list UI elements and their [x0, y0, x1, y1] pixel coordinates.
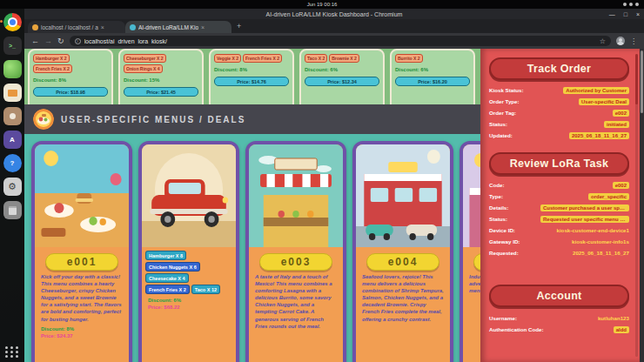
tab-localhost[interactable]: localhost / localhost / a × [28, 21, 125, 33]
forward-icon[interactable]: → [44, 37, 52, 45]
power-icon [635, 3, 639, 6]
dock: >_ A ? ⚙ [0, 9, 24, 362]
trash-icon[interactable] [3, 201, 22, 219]
settings-icon[interactable]: ⚙ [3, 178, 22, 196]
panel-scrollbar-thumb[interactable] [635, 54, 638, 104]
menu-card[interactable]: Taco X 2 Brownie X 2 Discount: 6% Price:… [299, 49, 385, 104]
help-icon[interactable]: ? [3, 154, 22, 172]
breakfast-illustration [35, 144, 129, 247]
menu-card[interactable]: Veggie X 2 French Fries X 2 Discount: 8%… [209, 49, 294, 104]
back-icon[interactable]: ← [31, 37, 39, 45]
order-status-row: Status: initiated [489, 118, 629, 130]
track-order-button[interactable]: Track Order [489, 57, 629, 80]
menu-item-chip: Cheeseburger X 2 [124, 54, 166, 63]
bookmark-star-icon[interactable]: ☆ [600, 37, 606, 45]
deal-card-e003[interactable]: e003 A taste of Italy and a touch of Mex… [245, 141, 346, 362]
section-title: USER-SPECIFIC MENUS / DEALS [61, 115, 245, 124]
system-monitor-icon[interactable] [3, 60, 22, 78]
review-lora-task-button[interactable]: Review LoRa Task [489, 152, 629, 175]
deal-code: e005 [473, 253, 480, 271]
price-tag: Price: $18.98 [33, 87, 108, 97]
deal-discount: Discount: 8% [41, 326, 123, 332]
browser-menu-icon[interactable]: ⋮ [630, 37, 637, 45]
deal-price: Price: $24.37 [41, 333, 123, 339]
account-button[interactable]: Account [489, 285, 629, 307]
menu-card[interactable]: Burrito X 2 Discount: 6% Price: $16.20 [390, 49, 475, 104]
row-value: e002 [613, 110, 629, 117]
active-app-dot [0, 20, 3, 23]
system-tray[interactable] [623, 3, 639, 6]
price-tag: Price: $21.45 [124, 87, 198, 97]
close-icon[interactable]: × [636, 11, 640, 17]
deal-description: A taste of Italy and a touch of Mexico! … [255, 273, 337, 330]
reload-icon[interactable]: ↻ [57, 37, 64, 45]
deal-card-e004[interactable]: e004 Seafood lovers, rejoice! This menu … [352, 141, 453, 362]
task-status-row: Status: Requested user specific menu / d… [489, 213, 629, 225]
panel-scrollbar[interactable] [635, 54, 638, 357]
row-value: e002 [613, 182, 629, 189]
page-scrollbar-thumb[interactable] [641, 50, 643, 113]
row-value: initiated [604, 121, 629, 128]
maximize-icon[interactable]: □ [624, 11, 627, 17]
deal-description: Kick off your day with a classic! This m… [41, 273, 123, 323]
image-editor-icon[interactable] [3, 107, 22, 125]
discount-label: Discount: 6% [305, 67, 379, 72]
row-value: User-specific Deal [579, 98, 629, 105]
page-scrollbar[interactable] [640, 49, 644, 362]
food-stand-illustration [249, 144, 343, 247]
deal-item-chip: French Fries X 2 [145, 285, 190, 294]
menu-item-chip: Taco X 2 [305, 54, 327, 63]
tab-close-icon[interactable]: × [201, 24, 205, 30]
chromium-icon[interactable] [3, 13, 22, 31]
row-label: Status: [489, 121, 507, 127]
system-clock[interactable]: Jun 19 00:16 [307, 2, 338, 7]
row-label: Authentication Code: [489, 326, 544, 332]
row-label: Device ID: [489, 227, 515, 233]
deal-item-chip: Hamburger X 8 [145, 251, 186, 260]
deal-card-e002[interactable]: Hamburger X 8 Chicken Nuggets X 6 Cheese… [138, 141, 239, 362]
order-side-panel: Track Order Kiosk Status: Authorized by … [480, 49, 640, 362]
row-label: Order Tag: [489, 110, 516, 116]
row-label: Gateway ID: [489, 238, 520, 245]
tab-strip: localhost / localhost / a × AI-driven Lo… [24, 19, 644, 33]
row-value: 2025_06_18_11_16_27 [569, 132, 629, 139]
new-tab-button[interactable]: + [237, 22, 241, 30]
row-value[interactable]: Customer purchased a user specific menu … [540, 204, 629, 211]
terminal-icon[interactable]: >_ [3, 37, 22, 55]
task-type-row: Type: order_specific [489, 191, 629, 202]
menu-item-chip: Hamburger X 2 [33, 54, 70, 63]
url-text[interactable]: localhost/ai_driven_lora_kiosk/ [84, 38, 596, 44]
row-value: kutluhan123 [598, 315, 629, 321]
files-icon[interactable] [3, 84, 22, 102]
deal-card-e005[interactable]: e005 Indulge in a sweet and savory adven… [460, 141, 480, 362]
deal-price: Price: $68.22 [148, 305, 230, 310]
deal-items: Hamburger X 8 Chicken Nuggets X 6 Cheese… [145, 251, 232, 294]
device-id-row: Device ID: kiosk-customer-end-device1 [489, 225, 629, 236]
site-info-icon[interactable]: i [75, 38, 81, 44]
libreoffice-icon[interactable]: A [3, 131, 22, 149]
row-value: aldd [614, 326, 629, 333]
menu-card[interactable]: Hamburger X 2 French Fries X 2 Discount:… [28, 49, 113, 104]
tab-title: AI-driven LoRa/LLM Kio [138, 24, 198, 30]
row-label: Order Type: [489, 98, 520, 104]
deal-card-e001[interactable]: e001 Kick off your day with a classic! T… [31, 141, 132, 362]
minimize-icon[interactable]: — [609, 11, 615, 17]
address-bar[interactable]: i localhost/ai_driven_lora_kiosk/ ☆ [70, 36, 611, 46]
username-row: Username: kutluhan123 [489, 312, 629, 324]
kiosk-status-row: Kiosk Status: Authorized by Customer [489, 84, 629, 96]
profile-avatar[interactable] [616, 37, 625, 45]
user-deals-section: e001 Kick off your day with a classic! T… [24, 134, 480, 362]
menu-item-chip: Veggie X 2 [214, 54, 241, 63]
menu-card[interactable]: Cheeseburger X 2 Onion Rings X 4 Discoun… [118, 49, 204, 104]
menu-item-chip: French Fries X 2 [33, 64, 72, 73]
tab-close-icon[interactable]: × [101, 24, 104, 30]
deal-description: Indulge in a sweet and savory adventure … [469, 273, 480, 294]
discount-label: Discount: 6% [395, 67, 470, 72]
price-tag: Price: $16.20 [395, 77, 470, 86]
vintage-car-illustration [142, 144, 236, 247]
tab-kiosk-dashboard[interactable]: AI-driven LoRa/LLM Kio × [125, 21, 231, 33]
menu-item-chip: Onion Rings X 4 [124, 64, 163, 73]
row-value[interactable]: Requested user specific menu / deal i [540, 216, 629, 223]
dessert-illustration [463, 144, 480, 247]
app-grid-icon[interactable] [5, 346, 19, 358]
